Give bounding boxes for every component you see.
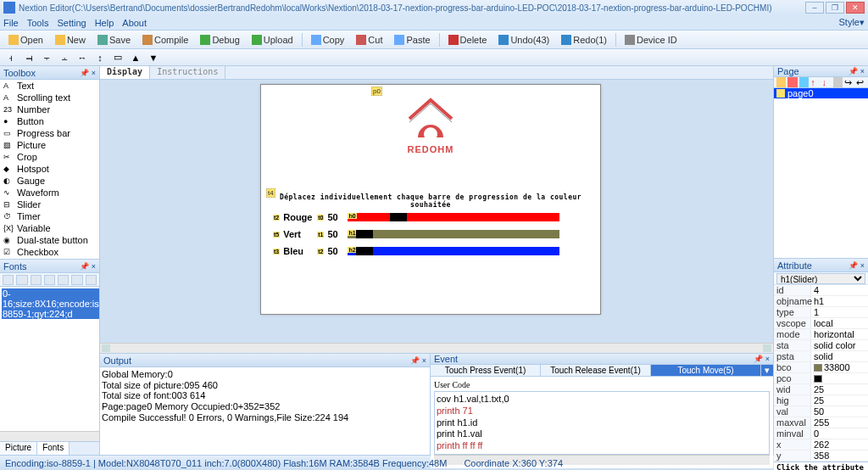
font-del-icon[interactable] <box>16 275 27 285</box>
align-left-icon[interactable]: ⫞ <box>3 51 19 64</box>
delete-button[interactable]: Delete <box>443 33 492 47</box>
pin-icon[interactable]: 📌 × <box>410 356 426 365</box>
maximize-button[interactable]: ❐ <box>826 2 844 14</box>
menu-about[interactable]: About <box>122 18 147 28</box>
attr-mode[interactable]: modehorizontal <box>774 329 868 340</box>
attribute-object-select[interactable]: h1(Slider) <box>776 273 865 284</box>
tab-instructions[interactable]: Instructions <box>150 66 225 79</box>
page-add-icon[interactable] <box>776 77 786 87</box>
copy-button[interactable]: Copy <box>306 33 350 47</box>
page-item-page0[interactable]: page0 <box>774 88 868 98</box>
page-up-icon[interactable]: ↑ <box>810 77 820 87</box>
user-code-editor[interactable]: cov h1.val,t1.txt,0printh 71print h1.idp… <box>434 391 770 455</box>
slider-bar[interactable]: h1 <box>348 230 559 238</box>
marker[interactable]: h2 <box>348 247 356 253</box>
font-add-icon[interactable] <box>3 275 14 285</box>
menu-file[interactable]: File <box>3 18 19 28</box>
tool-variable[interactable]: {X}Variable <box>0 222 99 234</box>
canvas-hscroll[interactable] <box>100 343 773 353</box>
pin-icon[interactable]: 📌 × <box>80 262 96 271</box>
marker[interactable]: t0 <box>317 215 324 221</box>
redo-button[interactable]: Redo(1) <box>556 33 612 47</box>
page-del-icon[interactable] <box>787 77 797 87</box>
attr-sta[interactable]: stasolid color <box>774 340 868 351</box>
cut-button[interactable]: Cut <box>351 33 387 47</box>
font-refresh-icon[interactable] <box>71 275 82 285</box>
font-up-icon[interactable] <box>44 275 55 285</box>
page-export-icon[interactable]: ↪ <box>844 77 854 87</box>
pin-icon[interactable]: 📌 × <box>849 67 865 76</box>
marker[interactable]: h0 <box>348 213 356 219</box>
tool-slider[interactable]: ⊟Slider <box>0 199 99 210</box>
attr-wid[interactable]: wid25 <box>774 384 868 395</box>
marker[interactable]: t2 <box>273 215 280 221</box>
align-bottom-icon[interactable]: ⫠ <box>57 51 72 64</box>
marker[interactable]: h1 <box>348 230 356 236</box>
marker[interactable]: t3 <box>273 249 280 255</box>
pin-icon[interactable]: 📌 × <box>849 261 865 270</box>
save-button[interactable]: Save <box>92 33 136 47</box>
page-import-icon[interactable]: ↩ <box>856 77 865 87</box>
align-right-icon[interactable]: ⫤ <box>21 51 36 64</box>
attribute-grid[interactable]: id4objnameh1type1vscopelocalmodehorizont… <box>774 285 868 462</box>
tool-crop[interactable]: ✂Crop <box>0 151 99 163</box>
attr-objname[interactable]: objnameh1 <box>774 296 868 307</box>
device-button[interactable]: Device ID <box>620 33 682 47</box>
marker-p0[interactable]: p0 <box>371 87 382 96</box>
tab-picture[interactable]: Picture <box>0 442 37 455</box>
compile-button[interactable]: Compile <box>137 33 193 47</box>
tool-progress-bar[interactable]: ▭Progress bar <box>0 127 99 139</box>
attr-type[interactable]: type1 <box>774 307 868 318</box>
slider-bar[interactable]: h0 <box>348 213 559 221</box>
attr-bco[interactable]: bco33800 <box>774 362 868 373</box>
pin-icon[interactable]: 📌 × <box>754 355 770 363</box>
same-width-icon[interactable]: ↔ <box>75 51 90 64</box>
tab-fonts[interactable]: Fonts <box>37 442 70 455</box>
tool-scrolling-text[interactable]: AScrolling text <box>0 92 99 104</box>
attr-y[interactable]: y358 <box>774 450 868 462</box>
marker[interactable]: t1 <box>317 232 324 238</box>
attr-vscope[interactable]: vscopelocal <box>774 318 868 329</box>
slider-bar[interactable]: h2 <box>348 247 559 255</box>
slider-thumb[interactable] <box>356 230 373 238</box>
minimize-button[interactable]: – <box>805 2 824 14</box>
upload-button[interactable]: Upload <box>247 33 298 47</box>
tool-picture[interactable]: ▧Picture <box>0 139 99 151</box>
marker[interactable]: t2 <box>317 249 324 255</box>
attr-hig[interactable]: hig25 <box>774 395 868 406</box>
menu-setting[interactable]: Setting <box>57 18 86 28</box>
same-height-icon[interactable]: ↕ <box>92 51 108 64</box>
tab-touch-move[interactable]: Touch Move(5) <box>651 365 761 376</box>
same-size-icon[interactable]: ▭ <box>110 51 125 64</box>
tool-dual-state-button[interactable]: ◉Dual-state button <box>0 234 99 246</box>
bring-front-icon[interactable]: ▲ <box>128 51 143 64</box>
tool-timer[interactable]: ⏱Timer <box>0 210 99 222</box>
undo-button[interactable]: Undo(43) <box>493 33 554 47</box>
attr-id[interactable]: id4 <box>774 285 868 296</box>
slider-thumb[interactable] <box>390 213 407 221</box>
attr-pco[interactable]: pco <box>774 373 868 384</box>
tool-checkbox[interactable]: ☑Checkbox <box>0 246 99 258</box>
attr-minval[interactable]: minval0 <box>774 428 868 439</box>
page-down-icon[interactable]: ↓ <box>822 77 832 87</box>
design-canvas[interactable]: p0 REDOHM t4 Déplacez individuellement c… <box>261 85 600 314</box>
align-top-icon[interactable]: ⫟ <box>39 51 54 64</box>
tool-gauge[interactable]: ◐Gauge <box>0 175 99 187</box>
event-tab-dropdown-icon[interactable]: ▾ <box>761 365 773 376</box>
tool-button[interactable]: ●Button <box>0 115 99 127</box>
tab-display[interactable]: Display <box>100 66 150 79</box>
menu-style[interactable]: Style▾ <box>839 17 865 28</box>
fonts-hscroll[interactable] <box>0 431 99 441</box>
page-insert-icon[interactable] <box>799 77 809 87</box>
attr-val[interactable]: val50 <box>774 406 868 417</box>
attr-psta[interactable]: pstasolid <box>774 351 868 362</box>
font-replace-icon[interactable] <box>31 275 42 285</box>
tab-touch-press[interactable]: Touch Press Event(1) <box>431 365 541 376</box>
tool-number[interactable]: 23Number <box>0 104 99 115</box>
tab-touch-release[interactable]: Touch Release Event(1) <box>541 365 651 376</box>
pin-icon[interactable]: 📌 × <box>80 69 96 77</box>
tool-waveform[interactable]: ∿Waveform <box>0 187 99 199</box>
tool-hotspot[interactable]: ◆Hotspot <box>0 163 99 175</box>
attr-x[interactable]: x262 <box>774 439 868 450</box>
canvas-area[interactable]: p0 REDOHM t4 Déplacez individuellement c… <box>100 80 773 343</box>
